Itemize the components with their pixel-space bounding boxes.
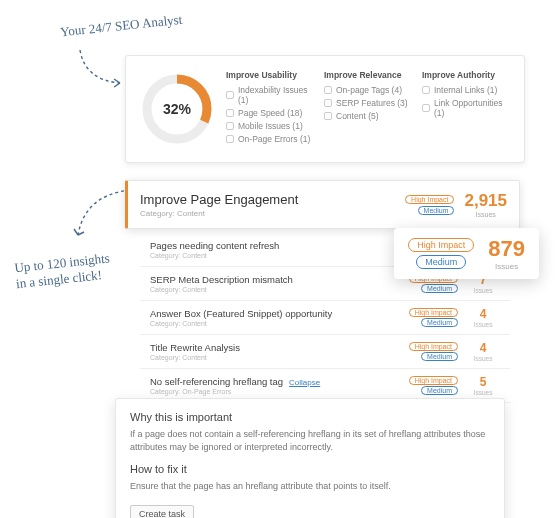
category-item[interactable]: On-page Tags (4) — [324, 85, 414, 95]
category-item-label: Page Speed (18) — [238, 108, 302, 118]
checkbox-icon — [226, 109, 234, 117]
level-badge: Medium — [421, 318, 458, 327]
category-item-label: Link Opportunities (1) — [434, 98, 512, 118]
why-heading: Why this is important — [130, 411, 490, 423]
highlight-card: High Impact Medium 879 Issues — [394, 228, 539, 279]
row-count: 5 — [466, 375, 500, 389]
category-column: Improve UsabilityIndexability Issues (1)… — [226, 70, 316, 148]
checkbox-icon — [226, 91, 234, 99]
category-item-label: Internal Links (1) — [434, 85, 497, 95]
category-item[interactable]: SERP Features (3) — [324, 98, 414, 108]
checkbox-icon — [324, 112, 332, 120]
checkbox-icon — [422, 86, 430, 94]
impact-badge: High Impact — [409, 308, 458, 317]
hero-category: Category: Content — [140, 209, 405, 218]
row-category: Category: Content — [150, 252, 409, 259]
collapse-link[interactable]: Collapse — [289, 378, 320, 387]
level-badge: Medium — [421, 352, 458, 361]
category-item[interactable]: Content (5) — [324, 111, 414, 121]
score-percent: 32% — [163, 101, 191, 117]
hero-title: Improve Page Engagement — [140, 192, 405, 207]
impact-badge: High Impact — [409, 376, 458, 385]
why-text: If a page does not contain a self-refere… — [130, 428, 490, 453]
level-badge: Medium — [416, 255, 466, 269]
row-issues-label: Issues — [466, 287, 500, 294]
insight-row[interactable]: Title Rewrite AnalysisCategory: ContentH… — [140, 335, 510, 369]
row-title: Answer Box (Featured Snippet) opportunit… — [150, 308, 409, 319]
category-column: Improve AuthorityInternal Links (1)Link … — [422, 70, 512, 148]
annotation-top: Your 24/7 SEO Analyst — [60, 12, 184, 40]
category-item-label: On-page Tags (4) — [336, 85, 402, 95]
category-title: Improve Relevance — [324, 70, 414, 80]
category-item[interactable]: Page Speed (18) — [226, 108, 316, 118]
category-item-label: Content (5) — [336, 111, 379, 121]
score-donut: 32% — [138, 70, 216, 148]
annotation-side: Up to 120 insights in a single click! — [14, 250, 117, 291]
highlight-issues-label: Issues — [488, 262, 525, 271]
row-issues-label: Issues — [466, 389, 500, 396]
impact-badge: High Impact — [408, 238, 474, 252]
highlight-count: 879 — [488, 236, 525, 262]
row-title: Title Rewrite Analysis — [150, 342, 409, 353]
row-title: Pages needing content refresh — [150, 240, 409, 251]
row-count: 4 — [466, 307, 500, 321]
checkbox-icon — [226, 135, 234, 143]
row-title: No self-referencing hreflang tagCollapse — [150, 376, 409, 387]
row-title: SERP Meta Description mismatch — [150, 274, 409, 285]
hero-insight-card[interactable]: Improve Page Engagement Category: Conten… — [125, 180, 520, 229]
category-title: Improve Usability — [226, 70, 316, 80]
row-category: Category: On-Page Errors — [150, 388, 409, 395]
checkbox-icon — [324, 99, 332, 107]
category-item-label: Indexability Issues (1) — [238, 85, 316, 105]
level-badge: Medium — [421, 386, 458, 395]
category-item[interactable]: Indexability Issues (1) — [226, 85, 316, 105]
category-item-label: SERP Features (3) — [336, 98, 408, 108]
category-title: Improve Authority — [422, 70, 512, 80]
impact-badge: High Impact — [405, 195, 454, 204]
checkbox-icon — [324, 86, 332, 94]
level-badge: Medium — [418, 206, 455, 215]
checkbox-icon — [226, 122, 234, 130]
category-item[interactable]: Internal Links (1) — [422, 85, 512, 95]
row-category: Category: Content — [150, 354, 409, 361]
row-issues-label: Issues — [466, 321, 500, 328]
fix-text: Ensure that the page has an hreflang att… — [130, 480, 490, 493]
detail-card: Why this is important If a page does not… — [115, 398, 505, 518]
summary-panel: 32% Improve UsabilityIndexability Issues… — [125, 55, 525, 163]
create-task-button[interactable]: Create task — [130, 505, 194, 518]
category-item-label: On-Page Errors (1) — [238, 134, 310, 144]
impact-badge: High Impact — [409, 342, 458, 351]
hero-issues-label: Issues — [464, 211, 507, 218]
insight-row[interactable]: Answer Box (Featured Snippet) opportunit… — [140, 301, 510, 335]
category-item-label: Mobile Issues (1) — [238, 121, 303, 131]
row-count: 4 — [466, 341, 500, 355]
level-badge: Medium — [421, 284, 458, 293]
category-item[interactable]: Mobile Issues (1) — [226, 121, 316, 131]
row-issues-label: Issues — [466, 355, 500, 362]
row-category: Category: Content — [150, 286, 409, 293]
row-category: Category: Content — [150, 320, 409, 327]
checkbox-icon — [422, 104, 430, 112]
category-item[interactable]: Link Opportunities (1) — [422, 98, 512, 118]
category-item[interactable]: On-Page Errors (1) — [226, 134, 316, 144]
hero-count: 2,915 — [464, 191, 507, 211]
insight-list: Improve Page Engagement Category: Conten… — [140, 180, 510, 403]
category-column: Improve RelevanceOn-page Tags (4)SERP Fe… — [324, 70, 414, 148]
fix-heading: How to fix it — [130, 463, 490, 475]
